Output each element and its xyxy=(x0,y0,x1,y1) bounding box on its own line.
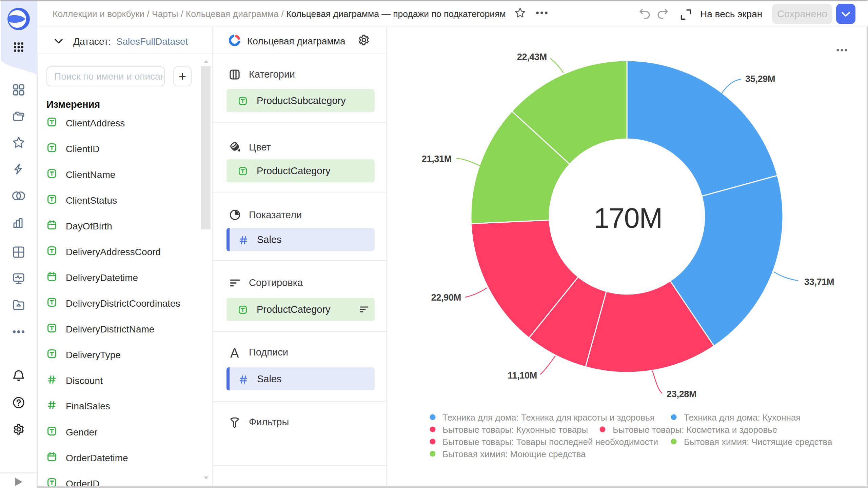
svg-text:170M: 170M xyxy=(594,202,662,234)
svg-text:Бытовые товары: Кухонные товар: Бытовые товары: Кухонные товары xyxy=(442,425,588,435)
svg-text:35,29M: 35,29M xyxy=(745,74,775,84)
svg-text:21,31M: 21,31M xyxy=(422,154,452,164)
svg-text:22,43M: 22,43M xyxy=(517,52,547,62)
svg-text:Техника для дома: Техника для: Техника для дома: Техника для красоты и … xyxy=(442,412,655,423)
svg-text:23,28M: 23,28M xyxy=(667,389,696,399)
svg-text:Бытовые товары: Товары последн: Бытовые товары: Товары последней необход… xyxy=(442,437,658,447)
svg-text:Техника для дома: Кухонная: Техника для дома: Кухонная xyxy=(684,412,801,423)
svg-text:Бытовые товары: Косметика и зд: Бытовые товары: Косметика и здоровье xyxy=(613,425,777,435)
svg-text:33,71M: 33,71M xyxy=(804,277,834,287)
svg-text:22,90M: 22,90M xyxy=(431,292,461,303)
svg-text:Бытовая химия: Моющие средства: Бытовая химия: Моющие средства xyxy=(442,449,586,459)
svg-text:Бытовая химия: Чистящие средст: Бытовая химия: Чистящие средства xyxy=(684,437,832,447)
svg-text:11,10M: 11,10M xyxy=(508,370,537,381)
